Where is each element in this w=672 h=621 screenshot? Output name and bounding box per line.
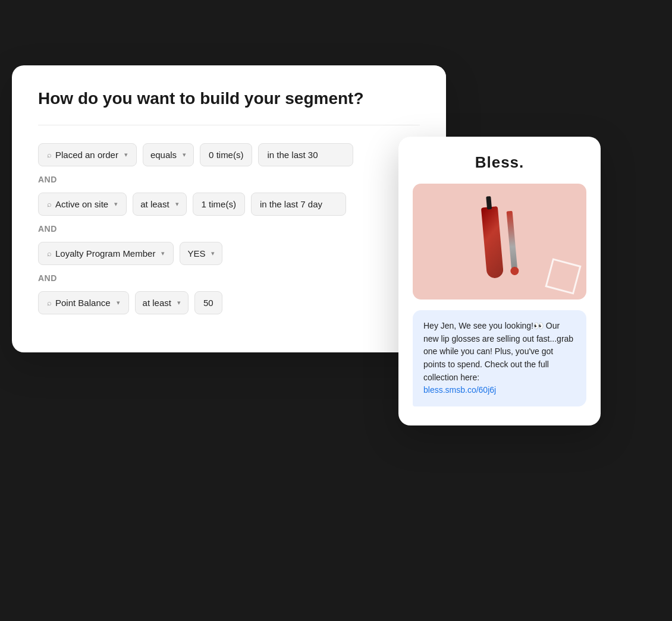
brand-logo: Bless. [413, 153, 586, 172]
operator-dropdown-1[interactable]: equals ▾ [143, 143, 194, 166]
operator-dropdown-3[interactable]: YES ▾ [180, 242, 222, 265]
chevron-icon-3: ▾ [161, 250, 165, 257]
message-bubble: Hey Jen, We see you looking!👀 Our new li… [413, 310, 586, 406]
product-image [413, 184, 586, 300]
field-dropdown-2[interactable]: ⌕ Active on site ▾ [38, 193, 127, 216]
search-icon-1: ⌕ [47, 150, 52, 159]
condition-row-3: ⌕ Loyalty Program Member ▾ YES ▾ [38, 242, 420, 265]
segment-builder-card: How do you want to build your segment? ⌕… [12, 65, 446, 352]
timeframe-box-1[interactable]: in the last 30 [258, 143, 353, 166]
chevron-icon-2b: ▾ [175, 200, 179, 208]
message-link[interactable]: bless.smsb.co/60j6j [423, 385, 496, 395]
message-text: Hey Jen, We see you looking!👀 Our new li… [423, 321, 573, 382]
value-box-1[interactable]: 0 time(s) [200, 143, 252, 166]
segment-builder-title: How do you want to build your segment? [38, 89, 420, 108]
geo-accent [545, 258, 581, 294]
and-connector-3: AND [38, 273, 420, 283]
gloss-tube-1 [481, 206, 504, 279]
chevron-icon-1: ▾ [124, 151, 128, 159]
field-dropdown-4[interactable]: ⌕ Point Balance ▾ [38, 291, 129, 314]
search-icon-4: ⌕ [47, 298, 52, 307]
divider [38, 125, 420, 125]
lip-gloss-art [481, 204, 518, 278]
search-icon-2: ⌕ [47, 200, 52, 209]
condition-row-2: ⌕ Active on site ▾ at least ▾ 1 time(s) … [38, 193, 420, 216]
operator-dropdown-4[interactable]: at least ▾ [135, 291, 189, 314]
operator-dropdown-2[interactable]: at least ▾ [133, 193, 186, 216]
condition-row-4: ⌕ Point Balance ▾ at least ▾ 50 [38, 291, 420, 314]
condition-row-1: ⌕ Placed an order ▾ equals ▾ 0 time(s) i… [38, 143, 420, 166]
gloss-wand-1 [507, 210, 518, 270]
chevron-icon-1b: ▾ [183, 151, 186, 159]
value-box-4[interactable]: 50 [194, 291, 222, 314]
chevron-icon-4b: ▾ [177, 299, 181, 307]
search-icon-3: ⌕ [47, 249, 52, 258]
chevron-icon-3b: ▾ [211, 250, 215, 257]
field-dropdown-1[interactable]: ⌕ Placed an order ▾ [38, 143, 137, 166]
chevron-icon-2: ▾ [114, 200, 118, 208]
and-connector-1: AND [38, 175, 420, 184]
value-box-2[interactable]: 1 time(s) [193, 193, 245, 216]
and-connector-2: AND [38, 224, 420, 234]
timeframe-box-2[interactable]: in the last 7 day [251, 193, 346, 216]
chevron-icon-4: ▾ [117, 299, 120, 307]
field-dropdown-3[interactable]: ⌕ Loyalty Program Member ▾ [38, 242, 174, 265]
message-preview-card: Bless. Hey Jen, We see you looking!👀 Our… [398, 137, 601, 425]
